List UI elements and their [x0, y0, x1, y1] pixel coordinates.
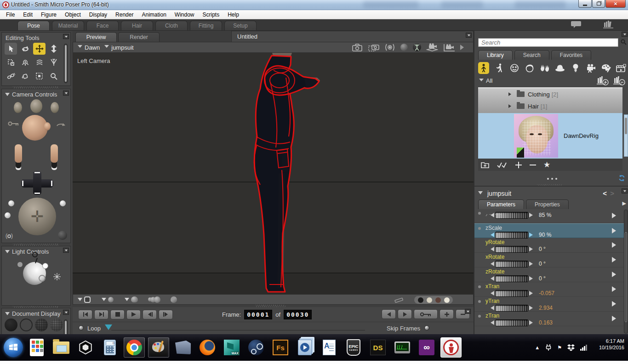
camera-dot-right[interactable] [60, 200, 66, 206]
parameters-scrollbar[interactable] [624, 210, 628, 334]
tab-pose[interactable]: Pose [17, 21, 50, 30]
slider-dial[interactable] [495, 261, 528, 267]
first-frame-button[interactable] [78, 310, 92, 319]
taskbar-clock[interactable]: 6:17 AM 10/19/2016 [599, 338, 624, 351]
element-style-dropdown[interactable] [125, 296, 138, 303]
camera-dot-left[interactable] [8, 200, 14, 206]
parameter-row-zTran[interactable]: zTran 0.163 [474, 312, 626, 326]
ui-color-swatches[interactable] [414, 296, 453, 304]
parameter-value[interactable]: 2.934 [539, 305, 553, 311]
parameter-options-arrow[interactable] [612, 242, 619, 248]
parameter-row-yTran[interactable]: yTran 2.934 [474, 297, 626, 312]
apply-checkmarks-icon[interactable] [497, 162, 508, 168]
slider-decrement-arrow[interactable] [488, 247, 494, 251]
tab-cloth[interactable]: Cloth [155, 21, 188, 30]
grouping-tool-icon[interactable] [33, 70, 46, 82]
taskbar-item-chrome[interactable] [124, 337, 145, 358]
parameters-tab-parameters[interactable]: Parameters [478, 199, 524, 209]
parameter-options-arrow[interactable] [612, 257, 619, 262]
start-button[interactable] [4, 338, 23, 357]
parameters-side-arrow[interactable]: ▶ [622, 200, 626, 206]
menu-item-scripts[interactable]: Scripts [199, 11, 224, 19]
taskbar-item-media-player[interactable] [294, 337, 315, 358]
light-indicator-top[interactable] [32, 252, 38, 257]
sun-light-icon[interactable] [53, 273, 61, 280]
twist-tool-icon[interactable] [19, 57, 31, 68]
tab-face[interactable]: Face [86, 21, 119, 30]
library-tab-favorites[interactable]: Favorites [551, 50, 591, 60]
tab-material[interactable]: Material [52, 21, 84, 30]
title-bar[interactable]: Untitled - Smith Micro Poser Pro (64-bit… [0, 0, 628, 10]
stop-button[interactable] [110, 310, 125, 319]
panel-menu-button[interactable] [63, 248, 69, 253]
snapshot-camera-icon[interactable] [352, 44, 363, 51]
globe-figure-camera-icon[interactable] [413, 43, 421, 51]
parameter-label[interactable]: zScale [485, 225, 626, 231]
step-forward-button[interactable] [159, 310, 173, 319]
taskbar-item-3ds-max[interactable]: MAX [221, 337, 242, 358]
add-frames-button[interactable] [440, 309, 454, 319]
taskbar-item-app-grid[interactable] [26, 337, 47, 358]
color-swatch-foreground[interactable] [418, 297, 423, 303]
tree-row-clothing[interactable]: Clothing [2] [478, 88, 622, 100]
slider-dial[interactable] [495, 319, 528, 326]
slider-decrement-arrow[interactable] [488, 320, 494, 325]
figure-dropdown[interactable]: Dawn [78, 44, 100, 51]
lights-category-icon[interactable] [571, 62, 581, 74]
timeline-cursor[interactable] [105, 324, 112, 334]
camera-trackball[interactable]: ✛ [18, 198, 56, 235]
parameter-value[interactable]: 0 ° [539, 261, 546, 267]
parameter-row-xTran[interactable]: xTran -0.057 [474, 282, 626, 297]
refresh-icon[interactable] [618, 175, 625, 182]
add-library-icon[interactable] [597, 76, 609, 85]
menu-item-window[interactable]: Window [171, 11, 199, 19]
library-menu-button[interactable] [622, 32, 628, 37]
dropbox-icon[interactable] [567, 344, 575, 351]
parameter-options-arrow[interactable] [612, 228, 619, 233]
light-indicator-left[interactable] [17, 262, 23, 267]
slider-dial[interactable] [495, 305, 528, 312]
flat-sphere-icon[interactable] [171, 296, 177, 303]
view-magnifier-tool-icon[interactable] [47, 70, 60, 82]
body-cross-control[interactable] [21, 171, 53, 195]
slider-decrement-arrow[interactable] [488, 276, 494, 281]
skip-frames-toggle[interactable] [424, 325, 429, 330]
library-resize-row[interactable] [474, 172, 628, 184]
taskbar-item-firefox[interactable] [197, 337, 218, 358]
props-category-icon[interactable] [555, 62, 565, 74]
current-frame-field[interactable]: 00001 [244, 310, 272, 319]
transport-menu-button[interactable] [465, 309, 471, 314]
taskbar-item-paint[interactable] [148, 337, 169, 358]
parameter-value[interactable]: -0.057 [539, 290, 554, 296]
slider-increment-arrow[interactable] [529, 306, 535, 310]
head-hat-camera-icon[interactable] [30, 99, 42, 113]
slider-increment-arrow[interactable] [529, 247, 535, 251]
edit-pencil-icon[interactable] [394, 296, 404, 304]
slider-decrement-arrow[interactable] [488, 306, 494, 310]
search-input[interactable] [478, 38, 618, 47]
tab-hair[interactable]: Hair [121, 21, 153, 30]
left-hand-camera-icon[interactable] [14, 102, 22, 113]
slider-decrement-arrow[interactable] [488, 262, 494, 266]
library-scrollbar[interactable] [624, 114, 628, 157]
rotate-camera-icon[interactable] [56, 122, 66, 128]
snapshot-area-camera-icon[interactable] [368, 44, 379, 51]
orbit-camera-icon[interactable] [384, 44, 395, 51]
right-hand-camera-icon[interactable] [51, 102, 59, 113]
parameter-value[interactable]: 90 % [539, 232, 551, 238]
total-frames-field[interactable]: 00030 [284, 310, 312, 319]
taskbar-item-epic-games[interactable]: EPICGAMES [343, 337, 364, 358]
select-tool-icon[interactable] [5, 43, 17, 55]
parameter-label[interactable]: xTran [485, 283, 626, 290]
chat-bubble-icon[interactable] [571, 21, 582, 28]
slider-increment-arrow[interactable] [529, 276, 535, 281]
document-style-dropdown[interactable] [78, 296, 91, 303]
taskbar-item-audio-tool[interactable] [172, 337, 194, 358]
right-hand-control[interactable] [51, 144, 58, 163]
parameter-options-arrow[interactable] [612, 316, 619, 321]
slider-increment-arrow[interactable] [529, 262, 535, 266]
parameter-value[interactable]: 0 ° [539, 275, 546, 282]
parameters-actor-title[interactable]: jumpsuit [487, 190, 511, 197]
expand-arrow-icon[interactable] [508, 92, 513, 96]
parameter-row-yRotate[interactable]: yRotate 0 ° [474, 238, 626, 253]
